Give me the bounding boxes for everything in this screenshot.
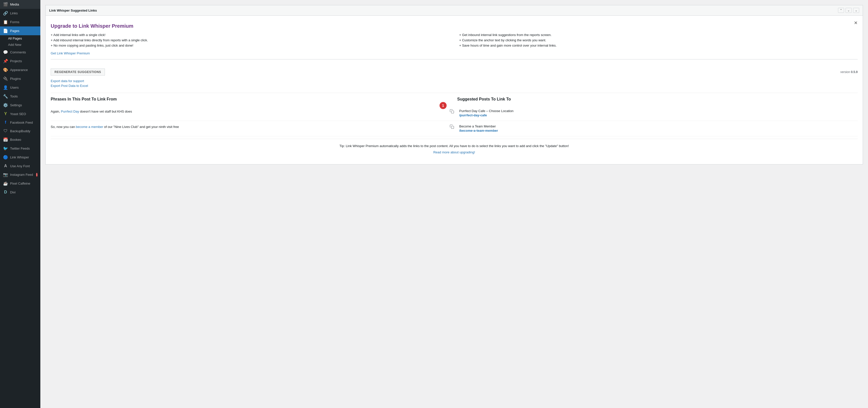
sidebar: 🎬 Media 🔗 Links 📋 Forms 📄 Pages All Page… xyxy=(0,0,40,408)
upgrade-feature-4: + Get inbound internal link suggestions … xyxy=(459,33,858,37)
projects-icon: 📌 xyxy=(3,59,8,64)
tip-read-more-link[interactable]: Read more about upgrading! xyxy=(61,150,847,154)
sidebar-item-yoast-seo[interactable]: Y Yoast SEO xyxy=(0,109,40,118)
media-icon: 🎬 xyxy=(3,2,8,7)
phrase-cell-1: Again, Purrfect Day doesn't have vet sta… xyxy=(51,105,454,121)
suggestion-cell-2: Become a Team Member /become-a-team-memb… xyxy=(454,121,858,136)
panel-body: ✕ Upgrade to Link Whisper Premium + Add … xyxy=(45,15,863,164)
regen-version-row: REGENERATE SUGGESTIONS version 0.5.9 xyxy=(51,68,858,75)
settings-icon: ⚙️ xyxy=(3,103,8,107)
upgrade-features: + Add internal links with a single click… xyxy=(51,33,858,47)
sidebar-item-facebook-feed[interactable]: f Facebook Feed xyxy=(0,118,40,127)
upgrade-title: Upgrade to Link Whisper Premium xyxy=(51,23,858,29)
sidebar-item-plugins[interactable]: 🔌 Plugins xyxy=(0,74,40,83)
export-links: Export data for support Export Post Data… xyxy=(51,79,858,88)
phrase-link-1[interactable]: Purrfect Day xyxy=(61,109,79,113)
sidebar-item-projects[interactable]: 📌 Projects xyxy=(0,57,40,66)
upgrade-feature-6: + Save hours of time and gain more contr… xyxy=(459,43,858,47)
pixel-caffeine-icon: ☕ xyxy=(3,181,8,186)
link-section: Phrases In This Post To Link From Sugges… xyxy=(51,93,858,136)
facebook-icon: f xyxy=(3,120,8,125)
regenerate-button[interactable]: REGENERATE SUGGESTIONS xyxy=(51,68,105,75)
suggested-url-2[interactable]: /become-a-team-member xyxy=(459,129,858,133)
phrase-link-2[interactable]: become a member xyxy=(76,125,103,129)
users-icon: 👤 xyxy=(3,85,8,90)
upgrade-feature-3: + No more copying and pasting links, jus… xyxy=(51,43,449,47)
suggested-url-1[interactable]: /purrfect-day-cafe xyxy=(459,113,858,117)
appearance-icon: 🎨 xyxy=(3,68,8,72)
tools-icon: 🔧 xyxy=(3,94,8,99)
main-content: Link Whisper Suggested Links ⌃ ⌄ ⌄ ✕ Upg… xyxy=(40,0,868,408)
sidebar-item-users[interactable]: 👤 Users xyxy=(0,83,40,92)
upgrade-divider xyxy=(51,59,858,60)
upgrade-feature-2: + Add inbound internal links directly fr… xyxy=(51,38,449,42)
sidebar-sub-item-add-new[interactable]: Add New xyxy=(0,41,40,48)
sidebar-item-pixel-caffeine[interactable]: ☕ Pixel Caffeine xyxy=(0,179,40,188)
panel-collapse-button[interactable]: ⌄ xyxy=(853,8,859,13)
link-count-badge: 1 xyxy=(439,102,446,109)
sidebar-item-links[interactable]: 🔗 Links xyxy=(0,9,40,18)
sidebar-item-settings[interactable]: ⚙️ Settings xyxy=(0,101,40,109)
copy-icon-1[interactable] xyxy=(450,109,454,115)
sidebar-item-use-any-font[interactable]: A Use Any Font xyxy=(0,162,40,170)
sidebar-item-bookeo[interactable]: 📅 Bookeo xyxy=(0,135,40,144)
tip-text: Tip: Link Whisper Premium automatically … xyxy=(339,144,569,148)
tip-box: Tip: Link Whisper Premium automatically … xyxy=(51,139,858,159)
sidebar-item-forms[interactable]: 📋 Forms xyxy=(0,18,40,27)
sidebar-item-pages[interactable]: 📄 Pages xyxy=(0,27,40,35)
export-excel-link[interactable]: Export Post Data to Excel xyxy=(51,84,858,88)
panel-down-button[interactable]: ⌄ xyxy=(845,8,851,13)
panel-up-button[interactable]: ⌃ xyxy=(838,8,844,13)
instagram-icon: 📷 xyxy=(3,172,8,177)
svg-rect-0 xyxy=(452,111,454,113)
twitter-icon: 🐦 xyxy=(3,146,8,151)
export-support-link[interactable]: Export data for support xyxy=(51,79,858,83)
sidebar-item-instagram-feed[interactable]: 📷 Instagram Feed 1 xyxy=(0,170,40,179)
comments-icon: 💬 xyxy=(3,50,8,55)
divi-icon: D xyxy=(3,190,8,195)
sidebar-item-twitter-feeds[interactable]: 🐦 Twitter Feeds xyxy=(0,144,40,153)
sidebar-item-comments[interactable]: 💬 Comments xyxy=(0,48,40,57)
backupbuddy-icon: 🛡 xyxy=(3,129,8,133)
yoast-icon: Y xyxy=(3,111,8,116)
svg-rect-1 xyxy=(452,126,454,129)
phrases-header: Phrases In This Post To Link From xyxy=(51,97,454,102)
upgrade-box: ✕ Upgrade to Link Whisper Premium + Add … xyxy=(51,21,858,68)
upgrade-cta-link[interactable]: Get Link Whisper Premium xyxy=(51,52,90,55)
sidebar-item-divi[interactable]: D Divi xyxy=(0,188,40,197)
link-whisper-panel: Link Whisper Suggested Links ⌃ ⌄ ⌄ ✕ Upg… xyxy=(45,5,863,165)
forms-icon: 📋 xyxy=(3,20,8,25)
copy-icon-2[interactable] xyxy=(450,125,454,131)
sidebar-item-appearance[interactable]: 🎨 Appearance xyxy=(0,66,40,74)
panel-header: Link Whisper Suggested Links ⌃ ⌄ ⌄ xyxy=(45,5,863,15)
sidebar-item-backupbuddy[interactable]: 🛡 BackupBuddy xyxy=(0,127,40,135)
panel-controls: ⌃ ⌄ ⌄ xyxy=(838,8,859,13)
version-number: 0.5.9 xyxy=(851,70,858,74)
phrase-cell-2: So, now you can become a member of our "… xyxy=(51,121,454,136)
suggestion-cell-1: Purrfect Day Cafe – Choose Location /pur… xyxy=(454,105,858,121)
link-whisper-icon: 🔵 xyxy=(3,155,8,160)
suggested-title-2: Become a Team Member xyxy=(459,125,858,128)
upgrade-close-button[interactable]: ✕ xyxy=(854,21,858,25)
sidebar-sub-item-all-pages[interactable]: All Pages xyxy=(0,35,40,41)
upgrade-feature-1: + Add internal links with a single click… xyxy=(51,33,449,37)
instagram-badge: 1 xyxy=(36,173,38,177)
use-any-font-icon: A xyxy=(3,164,8,168)
sidebar-item-tools[interactable]: 🔧 Tools xyxy=(0,92,40,101)
links-icon: 🔗 xyxy=(3,11,8,15)
suggested-title-1: Purrfect Day Cafe – Choose Location xyxy=(459,109,858,113)
upgrade-feature-5: + Customize the anchor text by clicking … xyxy=(459,38,858,42)
plugins-icon: 🔌 xyxy=(3,76,8,81)
pages-icon: 📄 xyxy=(3,29,8,33)
bookeo-icon: 📅 xyxy=(3,137,8,142)
sidebar-item-media[interactable]: 🎬 Media xyxy=(0,0,40,9)
panel-title: Link Whisper Suggested Links xyxy=(49,8,97,12)
version-text: version 0.5.9 xyxy=(840,70,858,74)
sidebar-item-link-whisper[interactable]: 🔵 Link Whisper xyxy=(0,153,40,162)
suggested-header: Suggested Posts To Link To xyxy=(454,97,858,102)
